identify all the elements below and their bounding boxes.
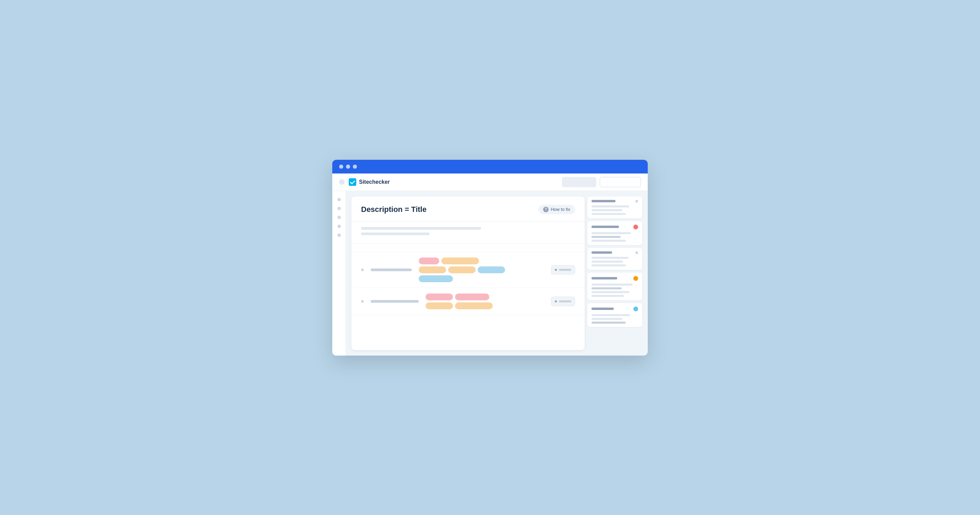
right-item-3-status (635, 251, 638, 254)
right-item-3-header (592, 251, 638, 254)
tag-pink-2 (426, 294, 453, 300)
right-panel-item-1 (587, 197, 642, 218)
spacer-row (352, 244, 585, 252)
tag-peach-4 (426, 302, 453, 309)
action-button-1[interactable] (551, 265, 575, 275)
nav-buttons (562, 177, 641, 187)
line (592, 322, 626, 324)
sidebar (332, 191, 346, 356)
tag-pink-1 (419, 258, 439, 264)
panel-header: Description = Title ? How to fix (352, 197, 585, 221)
line (592, 314, 630, 316)
how-to-fix-label: How to fix (551, 207, 570, 212)
tag-pink-3 (455, 294, 489, 300)
right-item-1-status (635, 200, 638, 203)
svg-rect-0 (349, 178, 356, 186)
line (592, 318, 622, 320)
subtitle-section (352, 221, 585, 244)
nav-button-2[interactable] (600, 177, 641, 187)
tags-group-2 (426, 294, 544, 309)
right-item-5-lines (592, 314, 638, 324)
browser-titlebar (332, 160, 648, 173)
tag-blue-2 (419, 275, 453, 282)
sitechecker-logo-icon (349, 178, 356, 186)
nav-circle (339, 179, 345, 185)
nav-bar: Sitechecker (332, 173, 648, 191)
right-item-5-status-blue (633, 307, 638, 312)
right-item-2-lines (592, 232, 638, 242)
right-item-2-status-red (633, 224, 638, 229)
line (592, 236, 620, 238)
table-row-1 (352, 252, 585, 288)
tags-row-2b (426, 302, 544, 309)
tag-peach-5 (455, 302, 493, 309)
right-panel-item-5 (587, 303, 642, 327)
sidebar-item-5 (337, 234, 341, 237)
line (592, 232, 631, 234)
logo-area: Sitechecker (349, 178, 558, 186)
sidebar-item-4 (337, 224, 341, 228)
window-dot-2 (346, 165, 350, 169)
question-icon: ? (543, 207, 549, 212)
line (592, 257, 628, 259)
nav-button-1[interactable] (562, 177, 596, 187)
line (592, 291, 629, 293)
tags-row-1b (419, 266, 544, 273)
row-text-2 (371, 300, 419, 303)
tags-row-1a (419, 258, 544, 264)
line (592, 287, 622, 289)
browser-body: Description = Title ? How to fix (332, 191, 648, 356)
tags-row-2a (426, 294, 544, 300)
panel-title: Description = Title (361, 205, 426, 214)
right-item-5-header (592, 307, 638, 312)
line (592, 264, 626, 266)
window-dot-1 (339, 165, 343, 169)
line (592, 205, 629, 207)
right-item-2-header (592, 224, 638, 229)
right-item-2-label (592, 226, 619, 228)
tag-peach-1 (441, 258, 479, 264)
line (592, 240, 626, 242)
row-bullet-2 (361, 300, 364, 303)
tags-row-1c (419, 275, 544, 282)
subtitle-line-2 (361, 232, 430, 235)
line (592, 213, 626, 215)
right-panel-item-4 (587, 273, 642, 300)
tags-group-1 (419, 258, 544, 282)
sidebar-item-3 (337, 216, 341, 219)
right-item-1-lines (592, 205, 638, 215)
sidebar-item-2 (337, 207, 341, 210)
tag-peach-3 (448, 266, 476, 273)
action-btn-dot-2 (555, 300, 557, 302)
line (592, 284, 633, 286)
tag-blue-1 (478, 266, 505, 273)
content-panel: Description = Title ? How to fix (352, 197, 585, 350)
main-content: Description = Title ? How to fix (346, 191, 648, 356)
right-item-4-status-orange (633, 276, 638, 281)
action-button-2[interactable] (551, 297, 575, 306)
right-item-4-lines (592, 284, 638, 297)
right-item-4-label (592, 277, 617, 280)
row-text-1 (371, 269, 412, 271)
right-item-4-header (592, 276, 638, 281)
row-bullet-1 (361, 269, 364, 271)
right-panel (587, 197, 642, 350)
subtitle-line-1 (361, 227, 481, 230)
logo-text: Sitechecker (359, 179, 390, 185)
table-row-2 (352, 288, 585, 315)
line (592, 295, 624, 297)
window-dot-3 (353, 165, 357, 169)
right-item-3-lines (592, 257, 638, 266)
tag-peach-2 (419, 266, 446, 273)
line (592, 261, 623, 263)
right-panel-item-3 (587, 248, 642, 270)
right-panel-item-2 (587, 221, 642, 245)
browser-window: Sitechecker Description = Title ? (332, 160, 648, 356)
right-item-3-label (592, 251, 612, 254)
sidebar-item-1 (337, 198, 341, 201)
action-btn-dot-1 (555, 269, 557, 271)
line (592, 209, 622, 211)
how-to-fix-button[interactable]: ? How to fix (538, 205, 575, 214)
right-item-5-label (592, 308, 614, 310)
action-btn-line-2 (559, 300, 571, 302)
